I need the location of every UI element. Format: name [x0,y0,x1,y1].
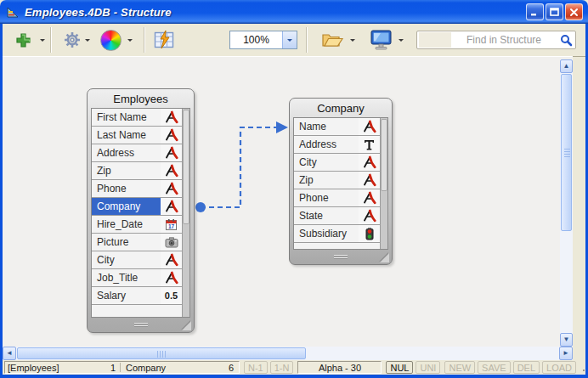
color-wheel-icon [100,30,122,51]
zoom-combobox[interactable]: 100% [229,31,297,49]
toolbar-separator [144,27,145,53]
field-row-job_title[interactable]: Job_Title [92,269,182,287]
field-row-city[interactable]: City [92,251,182,269]
status-button-nul[interactable]: NUL [386,361,413,374]
table-title[interactable]: Employees [88,89,194,108]
alpha-type-icon [359,189,380,206]
status-bar: [Employees] 1 Company 6 N-11-N Alpha - 3… [3,360,585,375]
settings-dropdown[interactable] [85,24,90,56]
alpha-type-icon [161,162,182,179]
monitor-icon [370,29,393,51]
scroll-left-button[interactable]: ◄ [3,347,16,360]
field-row-hire_date[interactable]: Hire_Date17 [92,216,182,234]
field-row-subsidiary[interactable]: Subsidiary [294,225,380,243]
field-name: Subsidiary [294,225,359,242]
close-icon [569,8,579,17]
field-name: City [92,251,161,268]
status-button-1-n: 1-N [270,361,294,374]
search-input[interactable] [451,33,557,47]
boolean-type-icon [359,225,380,242]
table-grip-icon[interactable] [134,322,148,328]
settings-button[interactable] [62,24,82,56]
attribute-buttons-group: NULUNI [386,361,440,374]
field-row-zip[interactable]: Zip [92,162,182,180]
alpha-type-icon [161,251,182,268]
zoom-dropdown-button[interactable] [282,31,297,48]
field-row-name[interactable]: Name [294,118,380,136]
field-type-panel: Alpha - 30 [297,361,382,374]
minimize-icon [530,8,540,17]
minimize-button[interactable] [526,3,544,20]
add-button[interactable] [14,24,32,56]
table-box-employees[interactable]: Employees First NameLast NameAddressZipP… [87,88,195,333]
open-dropdown[interactable] [350,24,355,56]
field-row-state[interactable]: State [294,207,380,225]
table-count: 1 [108,363,118,373]
maximize-icon [550,8,559,17]
field-name: Phone [92,180,161,197]
toolbar: 100% [3,24,585,57]
display-dropdown[interactable] [399,24,404,56]
structure-canvas[interactable]: Employees First NameLast NameAddressZipP… [3,56,573,347]
table-grip-icon[interactable] [334,254,348,260]
field-list-scrollbar[interactable] [182,109,189,317]
scroll-right-button[interactable]: ► [559,347,573,360]
table-resize-handle[interactable] [182,321,191,330]
field-row-last-name[interactable]: Last Name [92,127,182,144]
selected-field-label: Company [122,363,226,373]
alpha-type-icon [161,144,182,161]
colors-dropdown[interactable] [127,24,133,56]
table-box-company[interactable]: Company NameAddressCityZipPhoneStateSubs… [289,98,393,265]
field-name: Last Name [92,127,161,144]
plus-icon [14,31,32,49]
field-row-picture[interactable]: Picture [92,234,182,251]
field-name: Zip [92,162,161,179]
open-folder-icon [320,30,344,50]
field-row-address[interactable]: Address [294,136,380,154]
table-footer [290,250,392,264]
chevron-down-icon [287,39,292,44]
field-row-zip[interactable]: Zip [294,172,380,189]
status-button-del: DEL [513,361,540,374]
date-type-icon: 17 [161,216,182,233]
search-button[interactable] [557,34,575,47]
table-wizard-button[interactable] [154,24,174,56]
horizontal-scroll-thumb[interactable] [17,347,306,359]
field-name: Hire_Date [92,216,161,233]
field-row-phone[interactable]: Phone [294,189,380,207]
field-list-scrollbar[interactable] [380,118,387,249]
search-icon [560,34,573,47]
table-resize-handle[interactable] [380,253,389,262]
selection-info-panel: [Employees] 1 Company 6 [4,361,240,374]
field-name: Job_Title [92,269,161,286]
vertical-scrollbar[interactable]: ▲ ▼ [560,59,573,347]
field-row-phone[interactable]: Phone [92,180,182,198]
close-button[interactable] [565,3,583,20]
field-name: Company [92,198,161,215]
maximize-button[interactable] [546,3,563,20]
field-row-city[interactable]: City [294,154,380,172]
add-dropdown[interactable] [40,24,45,56]
relation-source-dot[interactable] [195,202,206,212]
open-button[interactable] [320,24,344,56]
vertical-scroll-thumb[interactable] [561,74,572,231]
toolbar-separator [50,27,52,53]
alpha-type-icon [161,109,182,126]
field-name: Name [294,118,359,135]
field-type-label: Alpha - 30 [319,363,361,373]
field-row-address[interactable]: Address [92,144,182,162]
field-row-salary[interactable]: Salary0.5 [92,287,182,305]
display-button[interactable] [370,24,393,56]
scroll-up-button[interactable]: ▲ [560,59,573,73]
field-row-company[interactable]: Company [92,198,182,216]
table-title[interactable]: Company [290,99,392,117]
scroll-down-button[interactable]: ▼ [560,333,573,347]
field-name: Zip [294,172,359,189]
alpha-type-icon [161,198,182,215]
app-icon [6,5,20,20]
field-row-first-name[interactable]: First Name [92,109,182,127]
horizontal-scrollbar[interactable]: ◄ ► [3,347,573,360]
zoom-value: 100% [230,34,282,46]
status-button-n-1: N-1 [244,361,268,374]
colors-button[interactable] [100,24,122,56]
